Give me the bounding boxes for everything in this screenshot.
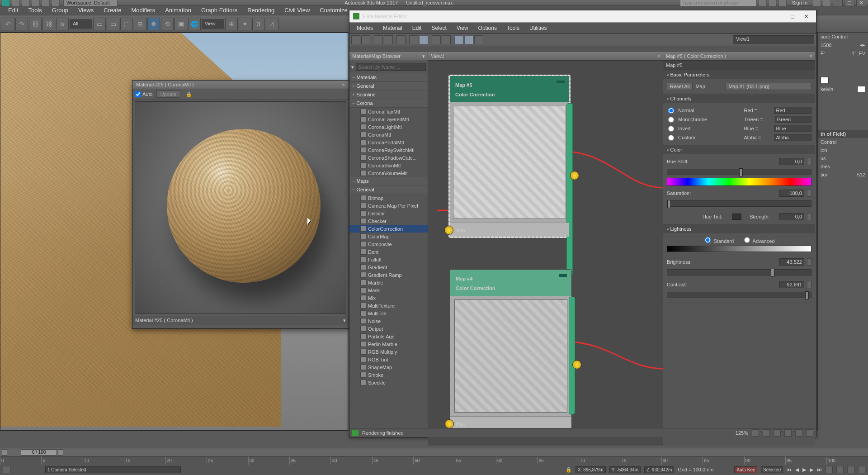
close-button[interactable]: ✕: [800, 12, 812, 20]
undo-button[interactable]: ↶: [2, 18, 14, 30]
timeline-ruler[interactable]: 0510152025303540455055606570758085909510…: [0, 456, 868, 465]
tint-swatch[interactable]: [732, 214, 741, 220]
contrast-slider[interactable]: [667, 292, 811, 298]
browser-item-coronarayswitchmtl[interactable]: CoronaRaySwitchMtl: [349, 146, 428, 154]
grid2-button[interactable]: [464, 35, 473, 44]
refsys-button[interactable]: 🌐: [188, 18, 201, 30]
toggle2-icon[interactable]: [769, 0, 777, 6]
menu-tools[interactable]: Tools: [24, 5, 46, 15]
autokey-button[interactable]: Auto Key: [734, 466, 757, 473]
play-next-icon[interactable]: ▶: [810, 467, 813, 473]
command-panel[interactable]: sure Control 1500◂▸ E:11,EV kelvin th of…: [817, 33, 868, 431]
snap-button[interactable]: 3: [252, 18, 265, 30]
slate-menu-view[interactable]: View: [452, 24, 473, 32]
signin-button[interactable]: Sign In: [788, 0, 811, 5]
grid-button[interactable]: [454, 35, 463, 44]
slate-menu-edit[interactable]: Edit: [408, 24, 426, 32]
alpha-select[interactable]: Alpha: [774, 134, 812, 141]
browser-item-rgbmultiply[interactable]: RGB Multiply: [349, 348, 428, 356]
toggle1-icon[interactable]: [759, 0, 767, 6]
browser-item-multitile[interactable]: MultiTile: [349, 309, 428, 317]
zoom-region-icon[interactable]: [784, 429, 792, 437]
link-button[interactable]: ⛓: [29, 18, 42, 30]
minimize-button[interactable]: —: [773, 12, 785, 20]
layout-button[interactable]: [432, 35, 441, 44]
slate-menu-modes[interactable]: Modes: [352, 24, 377, 32]
minimize-button[interactable]: —: [833, 0, 843, 6]
browser-search-input[interactable]: [356, 63, 426, 71]
browser-item-noise[interactable]: Noise: [349, 317, 428, 325]
unlink-button[interactable]: ⛓: [42, 18, 55, 30]
nav2-icon[interactable]: [806, 429, 813, 437]
close-button[interactable]: ✕: [856, 0, 866, 6]
node-map5[interactable]: Map #5 Color Correction Map: [448, 75, 571, 238]
view-dropdown[interactable]: View1: [733, 35, 814, 44]
browser-item-shapemap[interactable]: ShapeMap: [349, 363, 428, 371]
browser-item-perlinmarble[interactable]: Perlin Marble: [349, 340, 428, 348]
select-name-button[interactable]: ▭: [107, 18, 119, 30]
show-shaded-button[interactable]: [419, 35, 428, 44]
dropdown-icon[interactable]: ▾: [343, 318, 346, 323]
coord-y[interactable]: Y: -5064,34m: [609, 466, 641, 473]
bind-button[interactable]: ≋: [56, 18, 69, 30]
browser-item-coronashadowcatc[interactable]: CoronaShadowCatc...: [349, 154, 428, 162]
move-button[interactable]: ✥: [147, 18, 160, 30]
browser-item-gradient[interactable]: Gradient: [349, 263, 428, 271]
menu-edit[interactable]: Edit: [4, 5, 23, 15]
close-icon[interactable]: ×: [810, 53, 812, 59]
play-start-icon[interactable]: ⏮: [787, 467, 792, 472]
category-general[interactable]: General: [349, 185, 428, 194]
material-map-browser[interactable]: Material/Map Browser▾ ▾ MaterialsGeneral…: [349, 52, 428, 423]
menu-create[interactable]: Create: [99, 5, 126, 15]
browser-item-output[interactable]: Output: [349, 325, 428, 332]
browser-item-colorcorrection[interactable]: ColorCorrection: [349, 225, 428, 233]
menu-rendering[interactable]: Rendering: [243, 5, 279, 15]
select-region-button[interactable]: ⬚: [120, 18, 133, 30]
swatch[interactable]: [857, 86, 865, 92]
hue-slider[interactable]: [667, 169, 811, 175]
spinner-icon[interactable]: [807, 281, 811, 288]
basic-parameters-rollout[interactable]: Basic Parameters: [663, 70, 815, 79]
node-view[interactable]: View1× Map #5 Color Correction Map Map: [428, 52, 663, 446]
time-knob[interactable]: 0 / 100: [21, 449, 57, 456]
play-prev-icon[interactable]: ◀: [795, 467, 799, 473]
parameter-editor[interactable]: Map #5 ( Color Correction )× Map #5 Basi…: [663, 52, 815, 446]
browser-item-cellular[interactable]: Cellular: [349, 209, 428, 217]
options-icon[interactable]: ▾: [422, 53, 425, 59]
category-maps[interactable]: Maps: [349, 177, 428, 185]
time-next-button[interactable]: [58, 449, 63, 456]
update-button[interactable]: Update: [156, 90, 180, 98]
browser-item-speckle[interactable]: Speckle: [349, 379, 428, 386]
nav-icon[interactable]: [858, 466, 865, 473]
brightness-value[interactable]: 43,522: [779, 258, 804, 266]
material-preview-title[interactable]: Material #25 ( CoronaMtl ) ×: [132, 81, 349, 89]
mono-radio[interactable]: [668, 117, 674, 123]
standard-radio[interactable]: Standard: [703, 237, 734, 244]
window-crossing-button[interactable]: ⊞: [134, 18, 146, 30]
manip-button[interactable]: ✦: [239, 18, 251, 30]
play-icon[interactable]: ▶: [802, 467, 806, 473]
view-tab[interactable]: View1: [431, 53, 444, 59]
dof-rollout[interactable]: th of Field): [821, 131, 846, 137]
lock-icon[interactable]: 🔒: [566, 467, 572, 473]
strength-value[interactable]: 0,0: [779, 213, 804, 220]
slate-menu-utilities[interactable]: Utilities: [525, 24, 552, 32]
refsys-selector[interactable]: View: [202, 19, 224, 28]
browser-item-mask[interactable]: Mask: [349, 286, 428, 294]
menu-civil-view[interactable]: Civil View: [280, 5, 314, 15]
output-slot[interactable]: [569, 297, 575, 414]
move-children-button[interactable]: [384, 35, 393, 44]
green-select[interactable]: Green: [775, 116, 811, 123]
close-icon[interactable]: ×: [342, 82, 345, 87]
scale-button[interactable]: ▣: [175, 18, 187, 30]
output-connector[interactable]: [570, 171, 579, 180]
blue-select[interactable]: Blue: [774, 125, 812, 132]
node-name-field[interactable]: Map #5: [663, 61, 815, 70]
slate-menu-options[interactable]: Options: [474, 24, 501, 32]
node-map4[interactable]: Map #4 Color Correction Map: [450, 269, 572, 431]
assign-button[interactable]: [396, 35, 406, 44]
nav-icon[interactable]: [795, 429, 802, 437]
pick-button[interactable]: [351, 35, 360, 44]
selected-button[interactable]: Selected: [761, 466, 783, 473]
nav-icon[interactable]: [826, 466, 833, 473]
